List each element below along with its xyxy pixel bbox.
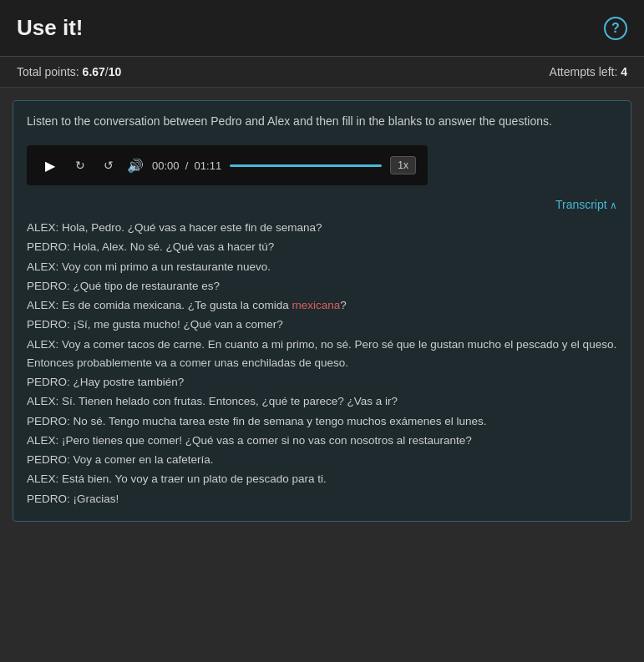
transcript-line-9: ALEX: Sí. Tienen helado con frutas. Ento… — [27, 392, 617, 411]
rewind-button[interactable]: ↻ — [70, 155, 90, 175]
transcript-line-1: ALEX: Hola, Pedro. ¿Qué vas a hacer este… — [27, 219, 617, 237]
instruction-box: Listen to the conversation between Pedro… — [13, 100, 631, 522]
transcript-line-10: PEDRO: No sé. Tengo mucha tarea este fin… — [27, 412, 617, 431]
transcript-line-5: ALEX: Es de comida mexicana. ¿Te gusta l… — [27, 296, 617, 315]
transcript-line-8: PEDRO: ¿Hay postre también? — [27, 373, 617, 392]
transcript-line-14: PEDRO: ¡Gracias! — [27, 490, 617, 508]
transcript-line-7: ALEX: Voy a comer tacos de carne. En cua… — [27, 336, 617, 373]
forward-button[interactable]: ↺ — [99, 155, 119, 175]
volume-button[interactable]: 🔊 — [127, 158, 144, 174]
transcript-line-12: PEDRO: Voy a comer en la cafetería. — [27, 451, 617, 469]
attempts-left: Attempts left: 4 — [550, 65, 627, 78]
transcript-content: ALEX: Hola, Pedro. ¿Qué vas a hacer este… — [27, 219, 617, 508]
play-button[interactable]: ▶ — [38, 154, 62, 177]
transcript-line-13: ALEX: Está bien. Yo voy a traer un plato… — [27, 470, 617, 488]
transcript-line-2: PEDRO: Hola, Alex. No sé. ¿Qué vas a hac… — [27, 238, 617, 256]
stats-bar: Total points: 6.67/10 Attempts left: 4 — [0, 57, 644, 88]
transcript-line-11: ALEX: ¡Pero tienes que comer! ¿Qué vas a… — [27, 432, 617, 450]
audio-player: ▶ ↻ ↺ 🔊 00:00 / 01:11 1x — [27, 145, 428, 185]
transcript-link[interactable]: Transcript — [555, 198, 617, 211]
speed-button[interactable]: 1x — [390, 156, 416, 174]
instruction-text: Listen to the conversation between Pedro… — [27, 113, 617, 130]
transcript-line-3: ALEX: Voy con mi primo a un restaurante … — [27, 258, 617, 276]
time-display: 00:00 / 01:11 — [152, 159, 221, 172]
header: Use it! ? — [0, 0, 644, 57]
transcript-line-6: PEDRO: ¡Sí, me gusta mucho! ¿Qué van a c… — [27, 316, 617, 334]
page-title: Use it! — [17, 15, 83, 41]
main-content: Listen to the conversation between Pedro… — [0, 88, 644, 534]
total-points: Total points: 6.67/10 — [17, 65, 121, 78]
progress-bar[interactable] — [230, 164, 382, 167]
transcript-line-4: PEDRO: ¿Qué tipo de restaurante es? — [27, 277, 617, 296]
help-icon-button[interactable]: ? — [604, 17, 627, 40]
transcript-toggle: Transcript — [27, 197, 617, 212]
